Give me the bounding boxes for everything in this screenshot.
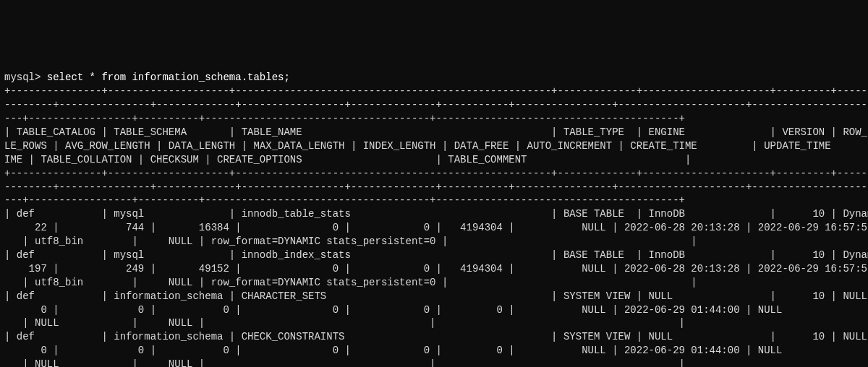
terminal[interactable]: mysql> select * from information_schema.… xyxy=(0,68,868,367)
sql-query: select * from information_schema.tables; xyxy=(47,72,290,83)
result-header-sep: +---------------+--------------------+--… xyxy=(4,85,868,124)
result-rows: | def | mysql | innodb_table_stats | BAS… xyxy=(4,208,868,367)
result-header-sep2: +---------------+--------------------+--… xyxy=(4,168,868,207)
result-header: | TABLE_CATALOG | TABLE_SCHEMA | TABLE_N… xyxy=(4,126,868,165)
mysql-prompt: mysql> xyxy=(4,72,47,83)
